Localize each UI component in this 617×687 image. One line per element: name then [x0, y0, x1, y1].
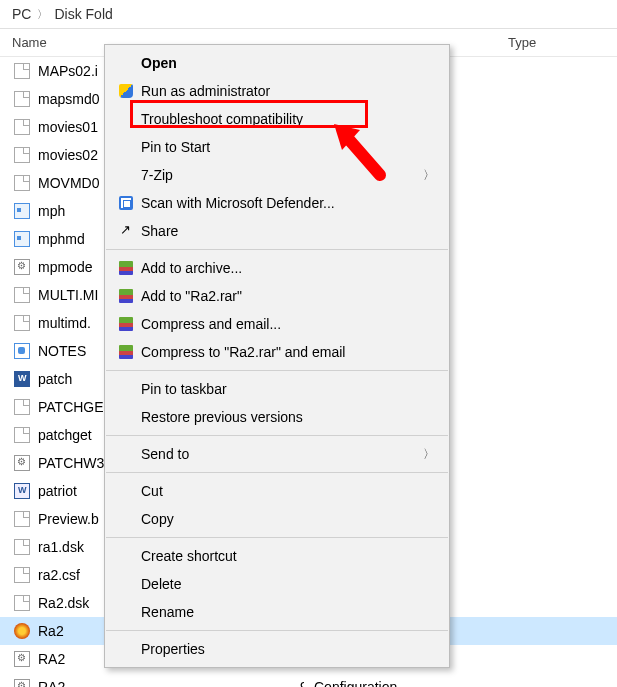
menu-run-admin[interactable]: Run as administrator [105, 77, 449, 105]
chevron-right-icon: 〉 [423, 167, 435, 184]
menu-restore[interactable]: Restore previous versions [105, 403, 449, 431]
file-icon [12, 678, 32, 687]
breadcrumb-seg[interactable]: PC [12, 6, 31, 22]
file-icon [12, 286, 32, 304]
menu-share[interactable]: Share [105, 217, 449, 245]
file-icon [12, 174, 32, 192]
column-header-type[interactable]: Type [498, 35, 617, 50]
rar-icon [115, 287, 137, 305]
share-icon [115, 222, 137, 240]
file-icon [12, 90, 32, 108]
blank-icon [115, 640, 137, 658]
blank-icon [115, 445, 137, 463]
blank-icon [115, 575, 137, 593]
menu-create-shortcut[interactable]: Create shortcut [105, 542, 449, 570]
blank-icon [115, 408, 137, 426]
menu-delete[interactable]: Delete [105, 570, 449, 598]
blank-icon [115, 380, 137, 398]
file-icon [12, 258, 32, 276]
menu-7zip[interactable]: 7-Zip 〉 [105, 161, 449, 189]
rar-icon [115, 259, 137, 277]
menu-add-archive[interactable]: Add to archive... [105, 254, 449, 282]
file-icon [12, 454, 32, 472]
menu-separator [106, 630, 448, 631]
defender-icon [115, 194, 137, 212]
menu-defender[interactable]: Scan with Microsoft Defender... [105, 189, 449, 217]
menu-pin-taskbar[interactable]: Pin to taskbar [105, 375, 449, 403]
menu-copy[interactable]: Copy [105, 505, 449, 533]
menu-separator [106, 435, 448, 436]
file-icon [12, 342, 32, 360]
blank-icon [115, 482, 137, 500]
menu-separator [106, 472, 448, 473]
menu-compress-ra2-email[interactable]: Compress to "Ra2.rar" and email [105, 338, 449, 366]
file-icon [12, 622, 32, 640]
file-icon [12, 538, 32, 556]
menu-pin-start[interactable]: Pin to Start [105, 133, 449, 161]
blank-icon [115, 603, 137, 621]
chevron-right-icon: 〉 [423, 446, 435, 463]
menu-open[interactable]: Open [105, 49, 449, 77]
menu-separator [106, 249, 448, 250]
file-icon [12, 482, 32, 500]
menu-rename[interactable]: Rename [105, 598, 449, 626]
blank-icon [115, 547, 137, 565]
blank-icon [115, 54, 137, 72]
file-icon [12, 62, 32, 80]
menu-cut[interactable]: Cut [105, 477, 449, 505]
menu-add-ra2[interactable]: Add to "Ra2.rar" [105, 282, 449, 310]
blank-icon [115, 110, 137, 128]
menu-troubleshoot[interactable]: Troubleshoot compatibility [105, 105, 449, 133]
breadcrumb-seg[interactable]: Disk Fold [54, 6, 112, 22]
blank-icon [115, 166, 137, 184]
rar-icon [115, 343, 137, 361]
file-type: Configuration [304, 679, 617, 687]
blank-icon [115, 138, 137, 156]
shield-icon [115, 82, 137, 100]
file-icon [12, 510, 32, 528]
file-icon [12, 314, 32, 332]
file-icon [12, 566, 32, 584]
menu-separator [106, 537, 448, 538]
blank-icon [115, 510, 137, 528]
breadcrumb[interactable]: PC 〉 Disk Fold [0, 0, 617, 29]
menu-separator [106, 370, 448, 371]
file-icon [12, 202, 32, 220]
file-icon [12, 230, 32, 248]
menu-compress-email[interactable]: Compress and email... [105, 310, 449, 338]
file-icon [12, 146, 32, 164]
file-icon [12, 398, 32, 416]
file-icon [12, 426, 32, 444]
file-icon [12, 118, 32, 136]
file-icon [12, 370, 32, 388]
file-icon [12, 650, 32, 668]
menu-properties[interactable]: Properties [105, 635, 449, 663]
context-menu: Open Run as administrator Troubleshoot c… [104, 44, 450, 668]
file-row[interactable]: RA29/19/2024 6:40 PMConfiguration [0, 673, 617, 687]
menu-send-to[interactable]: Send to 〉 [105, 440, 449, 468]
file-name: RA2 [38, 679, 118, 687]
file-date: 9/19/2024 6:40 PM [118, 679, 304, 687]
file-icon [12, 594, 32, 612]
rar-icon [115, 315, 137, 333]
chevron-right-icon: 〉 [37, 7, 48, 22]
